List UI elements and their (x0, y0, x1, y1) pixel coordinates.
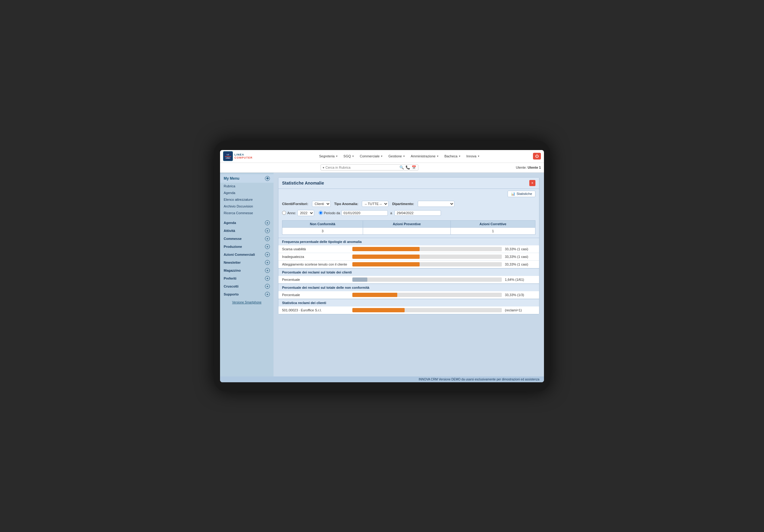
sidebar-section-newsletter[interactable]: Newsletter + (220, 259, 274, 266)
bar-fill (352, 247, 420, 251)
sidebar-section-agenda[interactable]: Agenda + (220, 219, 274, 227)
stats-title: Statistiche Anomalie (282, 181, 324, 185)
periodo-radio[interactable] (319, 211, 323, 215)
bar-container (352, 308, 502, 312)
bar-row-inadeguatezza: Inadeguatezza 33,33% (1 casi) (279, 253, 539, 261)
magazzino-add-icon[interactable]: + (265, 268, 270, 273)
sidebar: My Menu ⊕ Rubrica Agenda Elenco attrezza… (220, 173, 274, 377)
logo-icon: LC LINEA (223, 151, 233, 161)
bar-value: 33,33% (1 casi) (505, 247, 535, 251)
bar-row-atteggiamento: Atteggiamento scortese tenuto con il cli… (279, 261, 539, 268)
dipartimento-select[interactable] (418, 201, 455, 207)
section-percentuale-clienti: Percentuale dei reclami sul totale dei c… (279, 268, 539, 276)
stats-close-button[interactable]: × (529, 180, 535, 186)
sidebar-section-preferiti[interactable]: Preferiti + (220, 274, 274, 282)
azioni-commerciali-add-icon[interactable]: + (265, 252, 270, 257)
nav-sgq[interactable]: SGQ ▼ (341, 153, 357, 159)
nav-innova[interactable]: Innova ▼ (464, 153, 482, 159)
tipo-anomalia-select[interactable]: -- TUTTE -- (362, 201, 388, 207)
clienti-fornitori-select[interactable]: Clienti (312, 201, 331, 207)
search-dropdown-icon: ▾ (323, 166, 324, 169)
svg-text:LINEA: LINEA (226, 157, 230, 159)
sidebar-my-menu[interactable]: My Menu ⊕ (220, 174, 274, 183)
bar-container (352, 293, 502, 297)
anno-select[interactable]: 2022 (297, 210, 314, 216)
search-bar-row: ▾ 🔍 📞 📅 Utente: Utente 1 (220, 163, 544, 173)
nav-arrow: ▼ (352, 155, 354, 158)
bar-fill-gray (352, 277, 367, 282)
nav-commerciale[interactable]: Commerciale ▼ (357, 153, 385, 159)
section-frequenza: Frequenza percentuale delle tipologie di… (279, 238, 539, 246)
sidebar-item-elenco-attrezzature[interactable]: Elenco attrezzature (220, 196, 274, 203)
sidebar-item-rubrica[interactable]: Rubrica (220, 183, 274, 189)
svg-rect-2 (225, 156, 231, 157)
date-to-input[interactable] (395, 210, 441, 216)
nav-segreteria[interactable]: Segreteria ▼ (316, 153, 340, 159)
sidebar-item-ricerca-commesse[interactable]: Ricerca Commesse (220, 210, 274, 216)
stats-table: Non Conformità Azioni Preventive Azioni … (282, 220, 535, 235)
periodo-label: Periodo da (324, 211, 340, 215)
bar-container (352, 262, 502, 266)
stats-panel-header: Statistiche Anomalie × (279, 178, 539, 189)
search-container: ▾ 🔍 📞 📅 (320, 164, 418, 170)
my-menu-label: My Menu (224, 176, 239, 181)
nav-amministrazione[interactable]: Amministrazione ▼ (408, 153, 441, 159)
bar-container (352, 277, 502, 282)
sidebar-item-agenda-top[interactable]: Agenda (220, 189, 274, 196)
nav-arrow: ▼ (403, 155, 405, 158)
nav-gestione[interactable]: Gestione ▼ (386, 153, 408, 159)
attivita-add-icon[interactable]: + (265, 228, 270, 233)
sidebar-section-attivita[interactable]: Attività + (220, 227, 274, 235)
bar-value: (reclami=1) (505, 308, 535, 312)
bar-fill (352, 262, 420, 266)
produzione-add-icon[interactable]: + (265, 244, 270, 249)
col-header-non-conformita: Non Conformità (283, 220, 363, 227)
chart-icon: 📊 (511, 192, 515, 196)
nav-arrow: ▼ (380, 155, 383, 158)
bar-label: 501.00023 · Euroffice S.r.l. (282, 308, 349, 312)
supporto-add-icon[interactable]: + (265, 292, 270, 297)
calendar-icon: 📅 (412, 165, 416, 170)
sidebar-section-magazzino[interactable]: Magazzino + (220, 266, 274, 274)
commesse-add-icon[interactable]: + (265, 236, 270, 241)
clienti-fornitori-label: Clienti/Fornitori: (282, 202, 308, 206)
sidebar-section-commesse[interactable]: Commesse + (220, 235, 274, 243)
agenda-add-icon[interactable]: + (265, 220, 270, 225)
cruscotti-add-icon[interactable]: + (265, 284, 270, 289)
statistiche-button[interactable]: 📊 Statistiche (507, 191, 535, 197)
nav-arrow: ▼ (335, 155, 338, 158)
bar-row-scarsa-usabilita: Scarsa usabilità 33,33% (1 casi) (279, 246, 539, 253)
sidebar-section-produzione[interactable]: Produzione + (220, 243, 274, 251)
bar-value: 33,33% (1/3) (505, 293, 535, 297)
svg-text:LC: LC (227, 154, 230, 155)
nav-bacheca[interactable]: Bacheca ▼ (442, 153, 463, 159)
date-separator: a (390, 211, 392, 215)
nav-arrow: ▼ (478, 155, 480, 158)
bar-row-euroffice: 501.00023 · Euroffice S.r.l. (reclami=1) (279, 306, 539, 314)
version-smartphone-link[interactable]: Versione Smartphone (220, 298, 274, 306)
sidebar-section-azioni-commerciali[interactable]: Azioni Commerciali + (220, 251, 274, 259)
bottom-footer: INNOVA CRM Versione DEMO da usarsi esclu… (220, 377, 544, 382)
power-button[interactable]: ⏻ (533, 153, 541, 159)
footer-text: INNOVA CRM Versione DEMO da usarsi esclu… (419, 378, 539, 381)
col-header-azioni-preventive: Azioni Preventive (363, 220, 451, 227)
user-area: ⏻ (533, 153, 541, 159)
cell-azioni-preventive (363, 227, 451, 234)
periodo-radio-item: Periodo da a (319, 210, 441, 216)
preferiti-add-icon[interactable]: + (265, 276, 270, 281)
section-statistica-reclami: Statistica reclami dei clienti (279, 299, 539, 306)
date-from-input[interactable] (341, 210, 388, 216)
sidebar-section-cruscotti[interactable]: Cruscotti + (220, 282, 274, 290)
sidebar-section-supporto[interactable]: Supporto + (220, 290, 274, 298)
newsletter-add-icon[interactable]: + (265, 260, 270, 265)
sidebar-item-archivio-docuvision[interactable]: Archivio Docuvision (220, 203, 274, 210)
radio-row: Anno: 2022 Periodo da a (279, 209, 539, 217)
bar-container (352, 247, 502, 251)
search-input[interactable] (325, 166, 399, 169)
stats-toolbar: 📊 Statistiche (279, 189, 539, 199)
my-menu-expand-icon[interactable]: ⊕ (265, 176, 270, 181)
search-magnifier-icon: 🔍 (399, 165, 404, 170)
bar-value: 33,33% (1 casi) (505, 263, 535, 266)
anno-radio[interactable] (282, 211, 286, 215)
stats-table-container: Non Conformità Azioni Preventive Azioni … (279, 217, 539, 238)
